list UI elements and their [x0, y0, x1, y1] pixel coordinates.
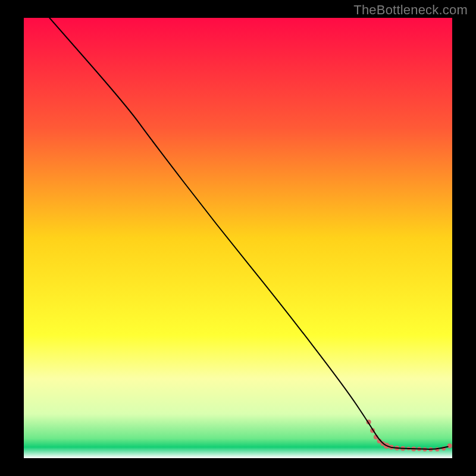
chart-background	[24, 18, 452, 458]
chart-svg	[24, 18, 452, 458]
chart-frame: TheBottleneck.com	[0, 0, 476, 476]
watermark-text: TheBottleneck.com	[353, 2, 468, 18]
scatter-point	[447, 443, 452, 448]
chart-plot-area	[24, 18, 452, 458]
